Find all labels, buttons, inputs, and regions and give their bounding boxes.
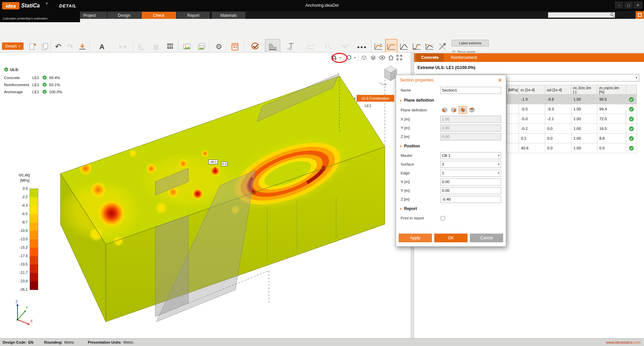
- check-icon: [42, 90, 47, 94]
- auxiliary-dots-icon: ●●●: [357, 40, 367, 53]
- table-cell: 1.00: [571, 124, 597, 134]
- plane-definition-section-header[interactable]: ▾ Plane definition: [396, 95, 506, 105]
- document-title: Anchoring.ideaDet: [0, 3, 644, 8]
- plane-icon-x[interactable]: [441, 106, 449, 114]
- dialog-header[interactable]: Section properties ✕: [396, 75, 506, 85]
- table-cell: -0.5: [519, 104, 545, 114]
- plane-icon-z[interactable]: [459, 106, 467, 114]
- svg-text:%: %: [379, 43, 382, 46]
- table-cell: 8.8: [597, 134, 626, 143]
- surface-combobox[interactable]: 3▾: [440, 161, 501, 168]
- position-x-input[interactable]: [440, 178, 501, 185]
- uls-combination-label[interactable]: ULS Combination: [357, 95, 394, 102]
- search-box[interactable]: [548, 12, 615, 18]
- column-header: σc,eq/σc,lim [%]: [597, 85, 626, 95]
- label-extreme-toggle[interactable]: Label extreme: [452, 40, 489, 46]
- uls-row-concrete: Concrete LE1 99.4%: [4, 75, 60, 80]
- maximize-button[interactable]: ▢: [625, 2, 633, 8]
- legend-value: -23.9: [19, 279, 28, 283]
- fit-view-icon[interactable]: [396, 55, 402, 61]
- plane-selector-label: Plane definition: [401, 108, 441, 112]
- apply-button[interactable]: Apply: [399, 234, 432, 242]
- report-section-header[interactable]: ▾ Report: [396, 204, 506, 214]
- print-in-report-checkbox[interactable]: [441, 216, 445, 220]
- master-combobox[interactable]: CB 1▾: [440, 152, 501, 159]
- legend-value: -2.2: [22, 195, 28, 199]
- app-logo-block: idea StatiCa ® DETAIL Calculate yesterda…: [0, 0, 80, 22]
- combo-pointer-icon: ◀: [353, 97, 356, 100]
- legend-value: -4.3: [22, 203, 28, 207]
- rotate-chevron-icon[interactable]: ▾: [354, 56, 356, 59]
- table-cell: 1.00: [571, 114, 597, 124]
- table-cell: -9.3: [545, 104, 571, 114]
- uls-row-anchorage: Anchorage LE1 100.0%: [4, 90, 62, 94]
- callout-zero-value: 0.0: [221, 162, 228, 166]
- rounding-status: Rounding:Metric: [44, 340, 74, 344]
- eye-icon[interactable]: [379, 55, 386, 61]
- table-cell: -9.8: [545, 95, 571, 104]
- legend-value: -21.7: [19, 271, 28, 275]
- legend-value: 0.0: [23, 186, 28, 191]
- z-axis-label: Z: [15, 300, 18, 304]
- idea-logo: idea: [2, 2, 19, 9]
- plane-x-label: X [m]: [401, 117, 440, 121]
- tab-reinforcement[interactable]: Reinforcement: [445, 53, 483, 62]
- tab-check[interactable]: Check: [142, 12, 176, 19]
- status-ok-icon: [626, 134, 637, 143]
- status-ok-icon: [626, 114, 637, 124]
- position-z-input[interactable]: [440, 196, 501, 203]
- position-y-input[interactable]: [440, 187, 501, 194]
- search-icon: [610, 12, 615, 18]
- legend-labels: 0.0-2.2-4.3-6.5-8.7-10.9-13.0-15.2-17.4-…: [10, 188, 28, 293]
- plane-y-label: Y [m]: [401, 126, 440, 130]
- table-cell: 72.0: [597, 114, 626, 124]
- design-code-status: Design Code:EN: [3, 340, 33, 344]
- plane-icon-custom[interactable]: [468, 106, 476, 114]
- tab-concrete[interactable]: Concrete: [416, 53, 444, 62]
- close-button[interactable]: ✕: [634, 2, 642, 8]
- table-cell: 1.00: [571, 134, 597, 143]
- legend-value: -8.7: [22, 220, 28, 224]
- tab-materials[interactable]: Materials: [212, 12, 245, 19]
- search-input[interactable]: [548, 13, 610, 17]
- table-cell: 0.0: [597, 143, 626, 153]
- crack-width-icon: [323, 40, 333, 53]
- dimension-lines-icon: [118, 40, 127, 53]
- collapse-chevron-icon: ▾: [400, 144, 402, 148]
- detail-selector-button[interactable]: Detail1▾: [2, 42, 24, 50]
- table-cell: -5.0: [519, 114, 545, 124]
- position-section-header[interactable]: ▾ Position: [396, 141, 506, 151]
- plane-icon-y[interactable]: [450, 106, 458, 114]
- solid-cube-icon[interactable]: [370, 55, 376, 61]
- directions-icon: [437, 40, 447, 53]
- tab-report[interactable]: Report: [177, 12, 210, 19]
- navigation-cube[interactable]: [379, 66, 397, 85]
- dialog-close-icon[interactable]: ✕: [498, 78, 502, 83]
- viewport-3d[interactable]: ▾ ▾ ULS: Concrete LE1 99.4% Reinforcemen…: [0, 53, 411, 338]
- table-cell: [507, 143, 519, 153]
- axes-triad: Z Y X: [7, 299, 34, 327]
- legend-value: -10.9: [19, 229, 28, 233]
- status-bar: Design Code:EN Rounding:Metric Presentat…: [0, 338, 644, 346]
- cancel-button[interactable]: Cancel: [470, 234, 503, 242]
- section-name-input[interactable]: [440, 87, 501, 94]
- ok-button[interactable]: OK: [434, 234, 468, 242]
- tagline: Calculate yesterday's estimates: [3, 16, 47, 20]
- tab-design[interactable]: Design: [108, 12, 141, 19]
- table-cell: -2.1: [545, 114, 571, 124]
- home-view-icon[interactable]: [388, 55, 394, 61]
- table-cell: 1.00: [571, 104, 597, 114]
- uls-title: ULS:: [10, 68, 19, 72]
- panel-toggle-icon: [638, 13, 642, 17]
- deflection-icon: [340, 40, 350, 53]
- wireframe-cube-icon[interactable]: [361, 55, 367, 61]
- website-link[interactable]: www.ideastatica.com: [606, 340, 641, 344]
- copy-icon: [41, 40, 49, 53]
- panel-toggle-button[interactable]: [636, 11, 644, 19]
- edge-combobox[interactable]: 1▾: [440, 170, 501, 177]
- registered-mark: ®: [46, 2, 48, 5]
- undo-icon: ↶: [55, 40, 61, 53]
- minimize-button[interactable]: ─: [615, 2, 623, 8]
- title-bar: Anchoring.ideaDet ─ ▢ ✕: [0, 0, 644, 11]
- product-name: DETAIL: [59, 3, 77, 8]
